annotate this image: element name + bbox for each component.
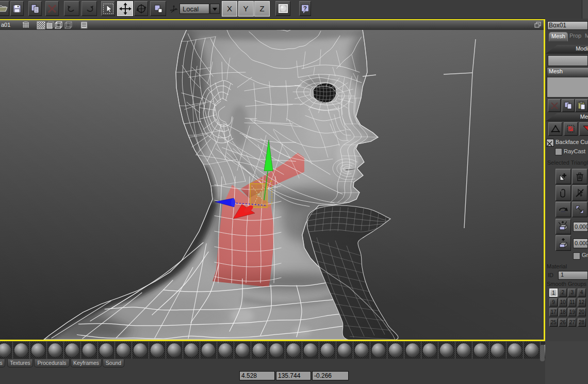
svg-text:?: ? [303,5,307,11]
